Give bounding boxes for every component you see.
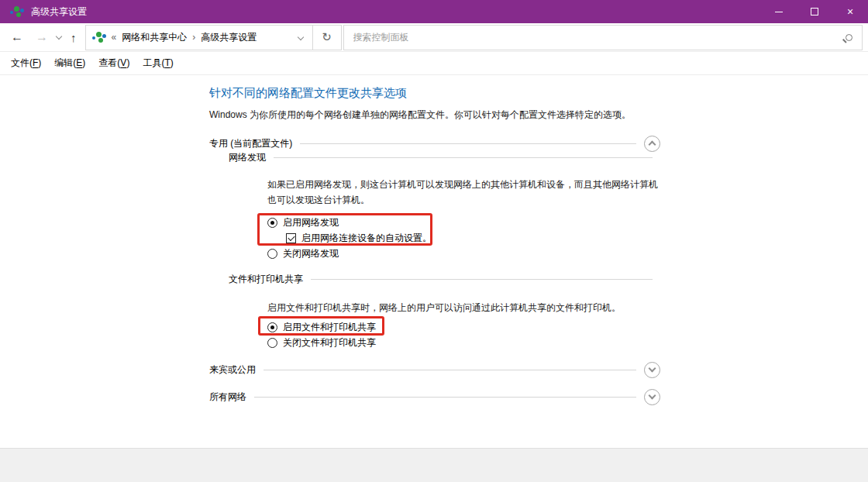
checkbox-label: 启用网络连接设备的自动设置。 bbox=[301, 232, 432, 245]
menu-view[interactable]: 查看(V) bbox=[98, 57, 129, 70]
footer-bar: 保存更改 取消 bbox=[0, 448, 868, 482]
breadcrumb-network-icon bbox=[92, 31, 106, 43]
menu-tools[interactable]: 工具(T) bbox=[143, 57, 173, 70]
radio-unselected-icon[interactable] bbox=[267, 249, 277, 259]
file-printer-sharing-title: 文件和打印机共享 bbox=[229, 273, 303, 286]
radio-selected-icon[interactable] bbox=[267, 322, 277, 332]
refresh-button[interactable]: ↻ bbox=[313, 25, 342, 50]
radio-unselected-icon[interactable] bbox=[267, 338, 277, 348]
breadcrumb-advanced-sharing-settings[interactable]: 高级共享设置 bbox=[201, 31, 257, 44]
back-button[interactable]: ← bbox=[11, 31, 23, 43]
breadcrumb-network-sharing-center[interactable]: 网络和共享中心 bbox=[122, 31, 187, 44]
recent-pages-chevron-icon[interactable] bbox=[56, 33, 62, 39]
section-guest-public: 来宾或公用 bbox=[209, 360, 660, 380]
group-file-printer-sharing: 文件和打印机共享 bbox=[229, 269, 660, 289]
radio-selected-icon[interactable] bbox=[267, 218, 277, 228]
close-icon: × bbox=[847, 6, 853, 17]
minimize-button[interactable] bbox=[761, 0, 797, 23]
group-network-discovery: 网络发现 bbox=[229, 147, 660, 167]
chevron-down-icon bbox=[648, 391, 656, 399]
refresh-icon: ↻ bbox=[322, 30, 332, 44]
radio-label: 启用网络发现 bbox=[283, 216, 339, 229]
page-title: 针对不同的网络配置文件更改共享选项 bbox=[209, 86, 407, 101]
checkbox-checked-icon[interactable] bbox=[286, 233, 296, 243]
radio-label: 启用文件和打印机共享 bbox=[283, 321, 376, 334]
divider bbox=[264, 370, 636, 370]
titlebar: 高级共享设置 × bbox=[0, 0, 868, 23]
forward-button[interactable]: → bbox=[36, 31, 48, 43]
radio-label: 关闭文件和打印机共享 bbox=[283, 336, 376, 349]
radio-disable-file-printer-sharing[interactable]: 关闭文件和打印机共享 bbox=[267, 337, 376, 349]
advanced-sharing-settings-window: 高级共享设置 × ← → ↑ « 网络和共享中心 › 高级共享设置 ↻ 文件(F bbox=[0, 0, 868, 482]
search-input[interactable] bbox=[353, 32, 840, 43]
maximize-button[interactable] bbox=[797, 0, 832, 23]
radio-label: 关闭网络发现 bbox=[283, 247, 339, 260]
section-all-networks: 所有网络 bbox=[209, 387, 660, 407]
guest-public-title: 来宾或公用 bbox=[209, 363, 256, 377]
menu-edit[interactable]: 编辑(E) bbox=[54, 57, 85, 70]
window-controls: × bbox=[761, 0, 868, 23]
divider bbox=[311, 279, 653, 280]
page-intro: Windows 为你所使用的每个网络创建单独的网络配置文件。你可以针对每个配置文… bbox=[209, 108, 631, 122]
network-discovery-title: 网络发现 bbox=[229, 151, 266, 164]
search-box[interactable] bbox=[343, 25, 863, 50]
address-bar[interactable]: « 网络和共享中心 › 高级共享设置 bbox=[85, 25, 313, 50]
expand-guest-public-button[interactable] bbox=[644, 362, 660, 378]
breadcrumb-separator-icon: › bbox=[192, 32, 195, 43]
menu-file[interactable]: 文件(F) bbox=[11, 57, 41, 70]
address-dropdown-chevron-icon[interactable] bbox=[297, 34, 303, 40]
window-title: 高级共享设置 bbox=[31, 5, 87, 19]
divider bbox=[254, 397, 636, 398]
network-sharing-center-icon bbox=[10, 5, 24, 18]
network-discovery-description: 如果已启用网络发现，则这台计算机可以发现网络上的其他计算机和设备，而且其他网络计… bbox=[267, 177, 664, 208]
file-printer-sharing-description: 启用文件和打印机共享时，网络上的用户可以访问通过此计算机共享的文件和打印机。 bbox=[267, 300, 686, 315]
breadcrumb-collapse-icon[interactable]: « bbox=[112, 32, 117, 43]
address-toolbar: ← → ↑ « 网络和共享中心 › 高级共享设置 ↻ bbox=[0, 23, 868, 52]
expand-all-networks-button[interactable] bbox=[644, 389, 660, 405]
radio-enable-file-printer-sharing[interactable]: 启用文件和打印机共享 bbox=[267, 322, 376, 333]
search-icon bbox=[846, 34, 852, 41]
maximize-icon bbox=[811, 8, 818, 15]
close-button[interactable]: × bbox=[832, 0, 868, 23]
menubar: 文件(F) 编辑(E) 查看(V) 工具(T) bbox=[0, 52, 868, 75]
minimize-icon bbox=[775, 12, 783, 12]
divider bbox=[274, 157, 653, 158]
radio-disable-network-discovery[interactable]: 关闭网络发现 bbox=[267, 248, 339, 260]
up-button[interactable]: ↑ bbox=[71, 32, 77, 43]
radio-enable-network-discovery[interactable]: 启用网络发现 bbox=[267, 217, 339, 229]
chevron-down-icon bbox=[648, 364, 656, 372]
divider bbox=[300, 143, 636, 144]
checkbox-auto-setup-network-devices[interactable]: 启用网络连接设备的自动设置。 bbox=[286, 232, 432, 244]
all-networks-title: 所有网络 bbox=[209, 391, 246, 404]
